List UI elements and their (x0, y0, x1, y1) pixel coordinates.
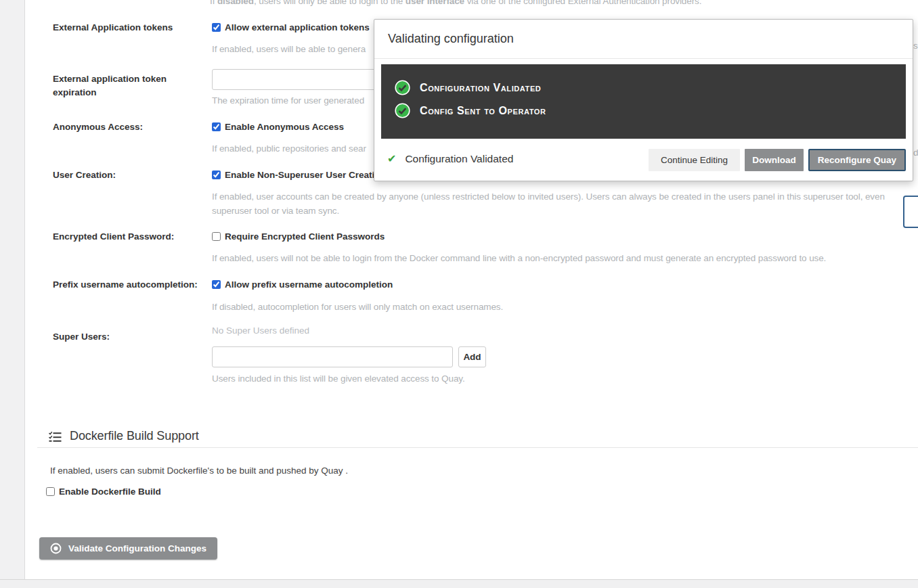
external-app-tokens-row: Allow external application tokens (212, 22, 370, 32)
validate-configuration-button[interactable]: Validate Configuration Changes (39, 537, 217, 560)
status-row-config-sent: Config Sent to Operator (395, 103, 546, 118)
external-app-tokens-help: If enabled, users will be able to genera (212, 44, 366, 54)
encrypted-password-help: If enabled, users will not be able to lo… (212, 253, 826, 263)
field-label-encrypted-password: Encrypted Client Password: (53, 230, 209, 244)
super-users-help: Users included in this list will be give… (212, 374, 465, 384)
clipped-focused-element (903, 196, 918, 228)
auth-help-text: If disabled, users will only be able to … (210, 0, 701, 6)
page-footer-strip (0, 579, 918, 588)
token-expiration-label-line1: External application token (53, 72, 209, 86)
reconfigure-quay-button[interactable]: Reconfigure Quay (808, 149, 906, 171)
auth-help-seg2: , users will only be able to login to th… (254, 0, 406, 6)
super-users-entry: Add (212, 346, 486, 367)
field-label-token-expiration: External application token expiration (53, 72, 209, 99)
auth-help-bold-ui: user interface (406, 0, 464, 6)
success-check-circle-icon (395, 103, 410, 118)
dockerfile-build-row: Enable Dockerfile Build (46, 487, 161, 497)
enable-dockerfile-build-label: Enable Dockerfile Build (59, 487, 161, 497)
add-super-user-button[interactable]: Add (458, 346, 486, 367)
validate-button-label: Validate Configuration Changes (68, 543, 206, 553)
clipped-text-fragment-bottom: d (913, 148, 918, 158)
dockerfile-section-description: If enabled, users can submit Dockerfile'… (50, 466, 348, 476)
validating-configuration-modal: Validating configuration Configuration V… (374, 19, 913, 181)
status-label-configuration-validated: Configuration Validated (420, 82, 541, 94)
sidebar-rail (0, 0, 25, 588)
allow-prefix-autocompletion-checkbox[interactable] (212, 280, 221, 289)
enable-user-creation-label: Enable Non-Superuser User Creati (225, 170, 374, 180)
auth-help-seg3: via one of the configured External Authe… (464, 0, 701, 6)
token-expiration-help: The expiration time for user generated (212, 95, 364, 106)
super-users-input[interactable] (212, 346, 453, 367)
status-label-config-sent: Config Sent to Operator (420, 105, 546, 117)
quay-config-page: If disabled, users will only be able to … (0, 0, 918, 588)
continue-editing-button[interactable]: Continue Editing (649, 149, 740, 171)
anonymous-access-row: Enable Anonymous Access (212, 122, 344, 132)
check-icon: ✔ (387, 152, 396, 165)
allow-external-app-tokens-checkbox[interactable] (212, 23, 221, 32)
field-label-prefix-autocompletion: Prefix username autocompletion: (53, 278, 209, 292)
modal-title: Validating configuration (388, 32, 514, 46)
success-check-circle-icon (395, 80, 410, 95)
section-divider (37, 447, 918, 448)
auth-help-bold-disabled: disabled (217, 0, 254, 6)
encrypted-password-row: Require Encrypted Client Passwords (212, 231, 385, 242)
status-row-configuration-validated: Configuration Validated (395, 80, 541, 95)
allow-external-app-tokens-label: Allow external application tokens (225, 22, 370, 32)
modal-footer-status: ✔ Configuration Validated (387, 152, 513, 165)
download-button[interactable]: Download (745, 149, 804, 171)
require-encrypted-passwords-label: Require Encrypted Client Passwords (225, 231, 385, 242)
user-creation-help-line2: superuser tool or via team sync. (212, 206, 339, 216)
user-creation-row: Enable Non-Superuser User Creati (212, 170, 374, 180)
modal-header-divider (374, 58, 913, 59)
clipped-text-fragment-top: s (913, 41, 918, 51)
field-label-anonymous-access: Anonymous Access: (53, 120, 209, 134)
validation-status-panel: Configuration Validated Config Sent to O… (381, 64, 906, 139)
require-encrypted-passwords-checkbox[interactable] (212, 232, 221, 241)
anonymous-access-help: If enabled, public repositories and sear (212, 143, 366, 154)
auth-help-seg1: If (210, 0, 217, 6)
enable-user-creation-checkbox[interactable] (212, 171, 221, 179)
field-label-user-creation: User Creation: (53, 168, 209, 182)
enable-anonymous-access-label: Enable Anonymous Access (225, 122, 344, 132)
dockerfile-section-title: Dockerfile Build Support (70, 429, 199, 443)
validate-circle-icon (50, 543, 62, 554)
prefix-autocompletion-row: Allow prefix username autocompletion (212, 279, 393, 290)
tasks-icon (49, 431, 62, 445)
enable-anonymous-access-checkbox[interactable] (212, 122, 221, 131)
user-creation-help-line1: If enabled, user accounts can be created… (212, 191, 885, 202)
enable-dockerfile-build-checkbox[interactable] (46, 487, 55, 496)
token-expiration-label-line2: expiration (53, 86, 209, 99)
allow-prefix-autocompletion-label: Allow prefix username autocompletion (225, 279, 393, 290)
super-users-empty-note: No Super Users defined (212, 325, 309, 336)
modal-footer-status-text: Configuration Validated (405, 153, 513, 165)
field-label-super-users: Super Users: (53, 330, 209, 344)
field-label-external-app-tokens: External Application tokens (53, 21, 209, 35)
prefix-autocompletion-help: If disabled, autocompletion for users wi… (212, 302, 503, 312)
